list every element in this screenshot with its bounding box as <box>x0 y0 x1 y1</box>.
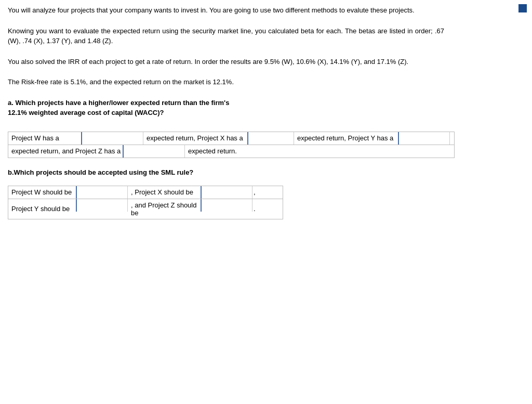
intro-para2: Knowing you want to evaluate the expecte… <box>8 26 444 46</box>
section-b-row1: Project W should be , Project X should b… <box>8 186 283 199</box>
section-b-table: Project W should be , Project X should b… <box>8 186 283 219</box>
b-row2-input1[interactable] <box>76 199 128 212</box>
row1-label2: expected return, Project X has a <box>143 132 247 145</box>
b-row1-input2[interactable] <box>201 186 252 199</box>
b-row1-label2: , Project X should be <box>128 186 201 199</box>
row1-input1[interactable] <box>81 132 143 145</box>
section-a-row2: expected return, and Project Z has a exp… <box>8 145 454 158</box>
b-row1-dot: , <box>252 186 257 199</box>
page-container: You will analyze four projects that your… <box>0 0 452 235</box>
row1-label1: Project W has a <box>8 132 81 145</box>
section-b-row2: Project Y should be , and Project Z shou… <box>8 199 283 219</box>
row2-input1[interactable] <box>123 145 185 158</box>
b-row2-label1: Project Y should be <box>8 199 76 219</box>
section-a-question: a. Which projects have a higher/lower ex… <box>8 98 444 118</box>
intro-para1: You will analyze four projects that your… <box>8 5 444 16</box>
row1-input3[interactable] <box>398 132 450 145</box>
row1-input2[interactable] <box>247 132 294 145</box>
row2-label1: expected return, and Project Z has a <box>8 145 123 158</box>
section-a-row1: Project W has a expected return, Project… <box>8 132 454 145</box>
b-row2-label2: , and Project Z should be <box>128 199 201 219</box>
b-row2-input2[interactable] <box>201 199 252 212</box>
intro-para4: The Risk-free rate is 5.1%, and the expe… <box>8 77 444 87</box>
section-b-question: b.Which projects should be accepted usin… <box>8 168 444 176</box>
row1-label3: expected return, Project Y has a <box>294 132 398 145</box>
b-row1-input1[interactable] <box>76 186 128 199</box>
b-row2-dot: . <box>252 199 257 219</box>
blue-square-indicator <box>518 4 527 12</box>
row2-label2: expected return. <box>185 145 278 158</box>
section-a-table: Project W has a expected return, Project… <box>8 132 455 158</box>
intro-para3: You also solved the IRR of each project … <box>8 57 444 67</box>
b-row1-label1: Project W should be <box>8 186 76 199</box>
